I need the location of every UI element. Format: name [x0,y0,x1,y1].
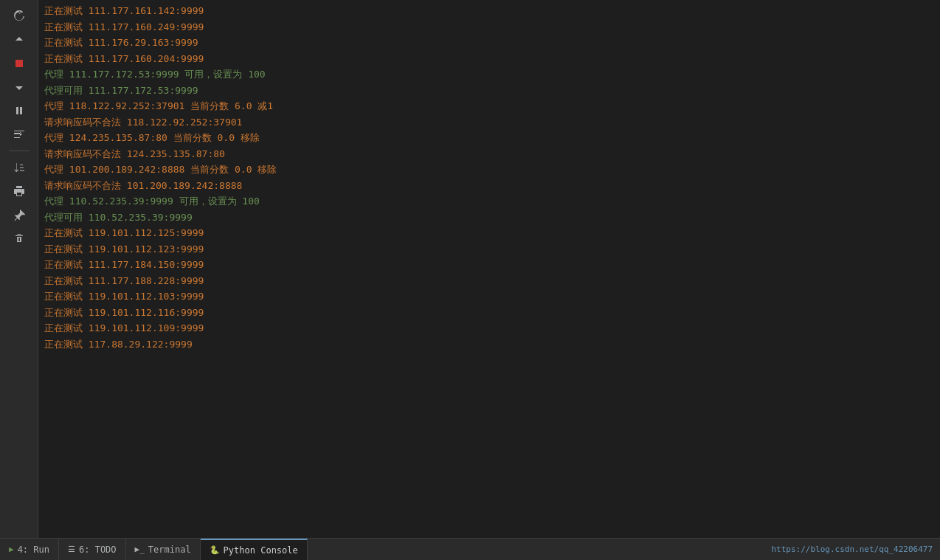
console-line: 代理 124.235.135.87:80 当前分数 0.0 移除 [44,130,934,146]
status-url: https://blog.csdn.net/qq_42206477 [771,545,933,554]
terminal-tab[interactable]: ▶_ Terminal [126,539,201,560]
console-line: 正在测试 119.101.112.116:9999 [44,305,934,321]
wrap-button[interactable] [9,124,30,145]
run-tab-icon: ▶ [9,545,14,554]
print-button[interactable] [9,181,30,201]
todo-tab-label: 6: TODO [79,545,117,555]
python-console-tab[interactable]: 🐍 Python Console [201,539,308,560]
sort-button[interactable] [9,157,30,178]
console-line: 代理 118.122.92.252:37901 当前分数 6.0 减1 [44,98,934,114]
pause-button[interactable] [9,100,30,121]
console-line: 正在测试 111.177.188.228:9999 [44,273,934,289]
scroll-up-button[interactable] [9,30,30,50]
python-console-tab-label: Python Console [224,545,298,556]
console-line: 正在测试 117.88.29.122:9999 [44,336,934,353]
console-line: 代理 101.200.189.242:8888 当前分数 0.0 移除 [44,162,934,178]
svg-rect-0 [15,60,23,67]
main-area: 正在测试 111.177.161.142:9999正在测试 111.177.16… [0,0,940,538]
left-toolbar [0,0,38,538]
console-line: 正在测试 119.101.112.103:9999 [44,288,934,305]
console-line: 正在测试 119.101.112.123:9999 [44,241,934,257]
console-output[interactable]: 正在测试 111.177.161.142:9999正在测试 111.177.16… [38,0,940,538]
console-line: 代理可用 110.52.235.39:9999 [44,210,934,226]
python-console-tab-icon: 🐍 [210,545,220,555]
svg-rect-2 [20,107,22,114]
console-line: 正在测试 111.177.161.142:9999 [44,3,934,19]
console-line: 正在测试 111.177.160.249:9999 [44,19,934,35]
todo-tab[interactable]: ☰ 6: TODO [59,539,126,560]
console-line: 代理 110.52.235.39:9999 可用，设置为 100 [44,193,934,210]
scroll-down-button[interactable] [9,77,30,97]
rerun-button[interactable] [9,6,30,27]
pin-button[interactable] [9,204,30,225]
console-line: 代理可用 111.177.172.53:9999 [44,83,934,99]
console-line: 正在测试 111.177.184.150:9999 [44,257,934,273]
console-line: 请求响应码不合法 124.235.135.87:80 [44,146,934,162]
terminal-tab-label: Terminal [148,545,191,555]
console-line: 请求响应码不合法 101.200.189.242:8888 [44,178,934,194]
console-line: 正在测试 111.177.160.204:9999 [44,51,934,67]
todo-tab-icon: ☰ [68,545,75,554]
delete-button[interactable] [9,228,30,249]
stop-button[interactable] [9,53,30,74]
toolbar-divider [9,151,30,151]
svg-rect-1 [16,107,18,114]
console-line: 代理 111.177.172.53:9999 可用，设置为 100 [44,66,934,83]
console-line: 请求响应码不合法 118.122.92.252:37901 [44,114,934,131]
bottom-bar: ▶ 4: Run ☰ 6: TODO ▶_ Terminal 🐍 Python … [0,538,940,560]
status-bar-right: https://blog.csdn.net/qq_42206477 [764,539,940,560]
run-tab[interactable]: ▶ 4: Run [0,539,59,560]
console-line: 正在测试 111.176.29.163:9999 [44,35,934,51]
terminal-tab-icon: ▶_ [135,545,145,554]
run-tab-label: 4: Run [18,545,49,555]
console-line: 正在测试 119.101.112.109:9999 [44,320,934,336]
console-line: 正在测试 119.101.112.125:9999 [44,225,934,241]
